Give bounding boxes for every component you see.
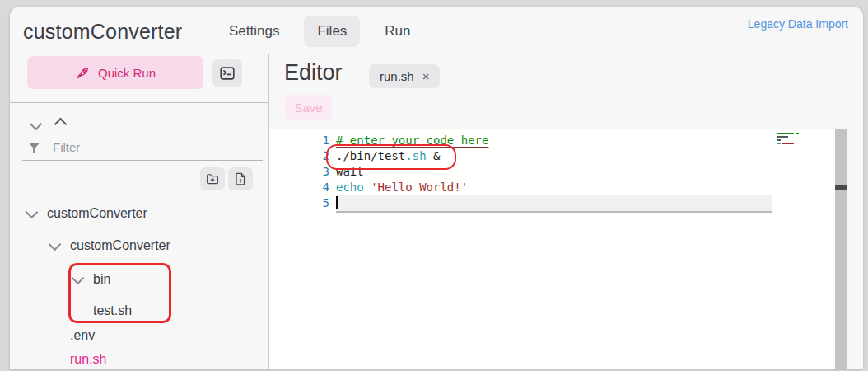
tree-collapse-controls xyxy=(31,120,65,129)
app-title: customConverter xyxy=(23,20,182,44)
code-token-plain: ./bin/test xyxy=(336,149,405,162)
text-cursor xyxy=(336,196,338,209)
code-token-plain: & xyxy=(427,149,441,162)
quick-run-button[interactable]: Quick Run xyxy=(27,56,203,89)
chevron-up-icon[interactable] xyxy=(54,118,68,131)
line-number: 5 xyxy=(269,195,329,211)
tree-item-label: customConverter xyxy=(70,238,170,253)
filter-funnel-icon xyxy=(27,141,41,155)
open-file-tab-name: run.sh xyxy=(380,69,414,83)
tree-item--env[interactable]: .env xyxy=(70,328,95,343)
app-window: customConverter SettingsFilesRun Legacy … xyxy=(0,0,868,371)
code-token-plain: wait xyxy=(336,165,364,178)
new-folder-button[interactable] xyxy=(200,167,225,190)
editor-scrollbar[interactable] xyxy=(835,129,847,369)
code-line-1[interactable]: 1# enter your code here xyxy=(269,133,488,148)
header-tabs: SettingsFilesRun xyxy=(216,15,424,48)
new-file-button[interactable] xyxy=(228,167,253,190)
minimap[interactable] xyxy=(777,133,799,148)
legacy-data-import-link[interactable]: Legacy Data Import xyxy=(748,17,848,31)
editor-heading: Editor xyxy=(284,60,343,86)
chevron-down-icon[interactable] xyxy=(72,272,85,285)
code-line-content: echo 'Hello World!' xyxy=(336,180,468,195)
tree-item-label: customConverter xyxy=(47,206,147,221)
close-tab-icon[interactable]: × xyxy=(422,69,430,83)
line-number: 4 xyxy=(269,180,329,195)
code-line-content xyxy=(336,195,772,213)
code-line-4[interactable]: 4echo 'Hello World!' xyxy=(269,180,468,195)
tree-item-bin[interactable]: bin xyxy=(73,272,110,287)
app-card: customConverter SettingsFilesRun Legacy … xyxy=(10,7,863,369)
tree-item-customconverter[interactable]: customConverter xyxy=(50,238,170,253)
chevron-down-icon[interactable] xyxy=(30,118,43,131)
code-token-comment: # enter your code here xyxy=(336,134,488,147)
tree-item-label: bin xyxy=(93,272,110,287)
open-file-tab[interactable]: run.sh × xyxy=(369,64,440,88)
chevron-down-icon[interactable] xyxy=(26,206,39,219)
filter-input[interactable] xyxy=(51,139,244,155)
tab-files[interactable]: Files xyxy=(304,16,360,47)
code-line-3[interactable]: 3wait xyxy=(269,164,364,180)
tab-run[interactable]: Run xyxy=(371,16,423,47)
tree-item-label: run.sh xyxy=(70,352,106,367)
editor-pane: Editor run.sh × Save 1# enter your code … xyxy=(269,54,863,369)
sidebar: Quick Run xyxy=(10,54,269,369)
code-line-2[interactable]: 2./bin/test.sh & xyxy=(269,148,440,164)
code-line-content: ./bin/test.sh & xyxy=(336,148,440,164)
terminal-icon xyxy=(218,64,236,82)
code-token-plain xyxy=(364,181,371,194)
rocket-icon xyxy=(75,65,91,81)
code-token-string: 'Hello World!' xyxy=(371,181,468,194)
line-number: 3 xyxy=(269,164,329,180)
code-line-content: wait xyxy=(336,164,364,180)
tree-item-customconverter[interactable]: customConverter xyxy=(27,206,147,221)
new-file-icon xyxy=(233,171,248,186)
new-folder-icon xyxy=(205,171,220,186)
tree-item-run-sh[interactable]: run.sh xyxy=(70,352,106,367)
tree-item-test-sh[interactable]: test.sh xyxy=(93,303,132,318)
code-token-builtin: echo xyxy=(336,181,364,194)
tree-item-label: .env xyxy=(70,328,95,343)
sidebar-divider xyxy=(10,102,268,103)
tree-item-label: test.sh xyxy=(93,303,132,318)
tab-settings[interactable]: Settings xyxy=(216,16,292,47)
editor-scrollbar-handle[interactable] xyxy=(835,185,847,190)
save-button[interactable]: Save xyxy=(285,95,332,120)
line-number: 1 xyxy=(269,133,329,148)
code-line-content: # enter your code here xyxy=(336,133,488,148)
quick-run-label: Quick Run xyxy=(98,66,156,80)
code-editor[interactable]: 1# enter your code here2./bin/test.sh &3… xyxy=(269,129,835,369)
filter-input-underline xyxy=(22,160,263,161)
code-token-type: .sh xyxy=(405,149,426,162)
code-line-5[interactable]: 5 xyxy=(269,195,772,211)
line-number: 2 xyxy=(269,148,329,164)
chevron-down-icon[interactable] xyxy=(49,238,62,251)
terminal-button[interactable] xyxy=(212,59,242,87)
